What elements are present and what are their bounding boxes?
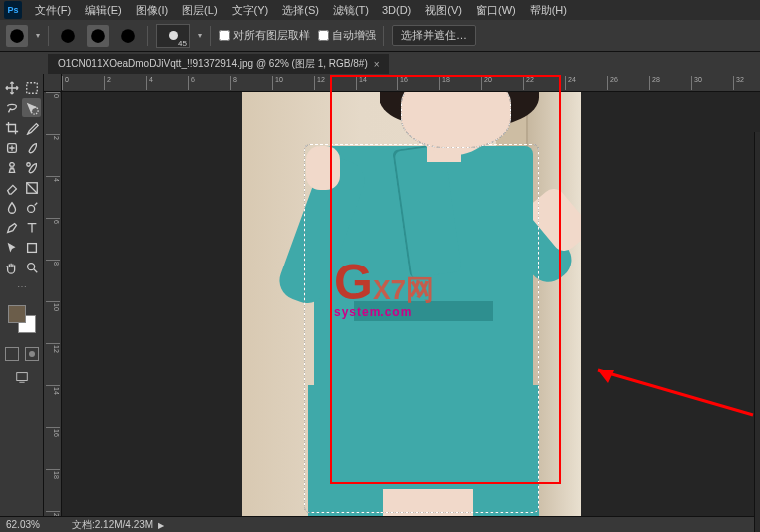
status-bar: 62.03% 文档:2.12M/4.23M ▶ [0,516,760,532]
menu-help[interactable]: 帮助(H) [523,1,574,20]
move-tool[interactable] [2,78,21,97]
color-swatch[interactable] [8,305,36,333]
gradient-tool[interactable] [22,178,41,197]
svg-point-0 [10,29,24,43]
work-area: ⋯ 02468101214161820222426283032 02468101… [0,74,760,516]
right-dock-handle[interactable] [754,132,760,532]
separator [48,26,49,46]
healing-tool[interactable] [2,138,21,157]
watermark-text: X7网 [373,274,434,305]
svg-rect-10 [27,243,36,252]
screen-mode-icon[interactable] [13,368,31,386]
menu-window[interactable]: 窗口(W) [469,1,523,20]
stamp-tool[interactable] [2,158,21,177]
svg-point-7 [26,162,30,166]
menu-view[interactable]: 视图(V) [418,1,469,20]
new-selection-icon[interactable] [57,25,79,47]
menu-filter[interactable]: 滤镜(T) [326,1,376,20]
zoom-tool[interactable] [22,258,41,276]
dodge-tool[interactable] [22,198,41,217]
menu-select[interactable]: 选择(S) [275,1,326,20]
subtract-selection-icon[interactable] [117,25,139,47]
svg-rect-12 [16,373,27,381]
svg-point-1 [61,29,75,43]
quick-select-tool-icon[interactable] [6,25,28,47]
sample-all-layers-checkbox[interactable]: 对所有图层取样 [219,28,310,43]
watermark-g: G [334,255,373,310]
menu-3d[interactable]: 3D(D) [376,2,418,18]
hand-tool[interactable] [2,258,21,276]
add-selection-icon[interactable] [87,25,109,47]
eyedropper-tool[interactable] [22,118,41,137]
history-brush-tool[interactable] [22,158,41,177]
select-and-mask-button[interactable]: 选择并遮住… [392,25,476,46]
crop-tool[interactable] [2,118,21,137]
svg-rect-4 [26,82,37,93]
ruler-corner [44,74,62,92]
menu-file[interactable]: 文件(F) [28,1,78,20]
tool-dropdown-icon[interactable]: ▾ [36,31,40,40]
foreground-color[interactable] [8,305,26,323]
pen-tool[interactable] [2,218,21,237]
options-bar: ▾ 45 ▾ 对所有图层取样 自动增强 选择并遮住… [0,20,760,52]
menu-image[interactable]: 图像(I) [129,1,175,20]
doc-info-text: 文档:2.12M/4.23M [72,519,153,530]
marching-ants-selection [401,92,511,148]
doc-info[interactable]: 文档:2.12M/4.23M ▶ [72,518,164,532]
auto-enhance-checkbox[interactable]: 自动增强 [318,28,376,43]
svg-point-3 [121,29,135,43]
app-root: Ps 文件(F) 编辑(E) 图像(I) 图层(L) 文字(Y) 选择(S) 滤… [0,0,760,532]
close-tab-icon[interactable]: × [374,59,380,70]
marching-ants-selection [304,144,539,513]
shape-tool[interactable] [22,238,41,257]
separator [383,26,384,46]
document-tab-bar: O1CN011XOeaDmoDJiVqtt_!!91372914.jpg @ 6… [0,52,760,74]
ruler-horizontal[interactable]: 02468101214161820222426283032 [62,74,760,92]
auto-enhance-label: 自动增强 [332,28,376,43]
eraser-tool[interactable] [2,178,21,197]
document-tab[interactable]: O1CN011XOeaDmoDJiVqtt_!!91372914.jpg @ 6… [48,54,389,74]
lasso-tool[interactable] [2,98,21,117]
svg-point-11 [27,263,34,269]
separator [210,26,211,46]
svg-point-2 [91,29,105,43]
quick-select-tool[interactable] [22,98,41,117]
marquee-tool[interactable] [22,78,41,97]
watermark-sub: system.com [334,305,434,319]
blur-tool[interactable] [2,198,21,217]
quickmask-mode-icon[interactable] [22,344,41,363]
watermark: GX7网 system.com [334,254,434,319]
ruler-vertical[interactable]: 02468101214161820 [44,92,62,516]
type-tool[interactable] [22,218,41,237]
doc-info-dropdown-icon[interactable]: ▶ [158,521,164,530]
menu-type[interactable]: 文字(Y) [225,1,276,20]
menu-bar: Ps 文件(F) 编辑(E) 图像(I) 图层(L) 文字(Y) 选择(S) 滤… [0,0,760,20]
brush-tool[interactable] [22,138,41,157]
menu-layer[interactable]: 图层(L) [175,1,224,20]
separator [147,26,148,46]
canvas-wrap: 02468101214161820222426283032 0246810121… [44,74,760,516]
svg-point-9 [27,205,34,212]
edit-toolbar-icon[interactable]: ⋯ [2,277,42,296]
tab-title: O1CN011XOeaDmoDJiVqtt_!!91372914.jpg @ 6… [58,57,368,71]
brush-preset-picker[interactable]: 45 [156,24,190,48]
brush-size-label: 45 [178,39,187,48]
standard-mode-icon[interactable] [2,344,21,363]
menu-edit[interactable]: 编辑(E) [78,1,129,20]
ps-logo: Ps [4,1,22,19]
sample-all-label: 对所有图层取样 [233,28,310,43]
path-select-tool[interactable] [2,238,21,257]
brush-dropdown-icon[interactable]: ▾ [198,31,202,40]
zoom-level[interactable]: 62.03% [6,519,60,530]
tool-panel: ⋯ [0,74,44,516]
